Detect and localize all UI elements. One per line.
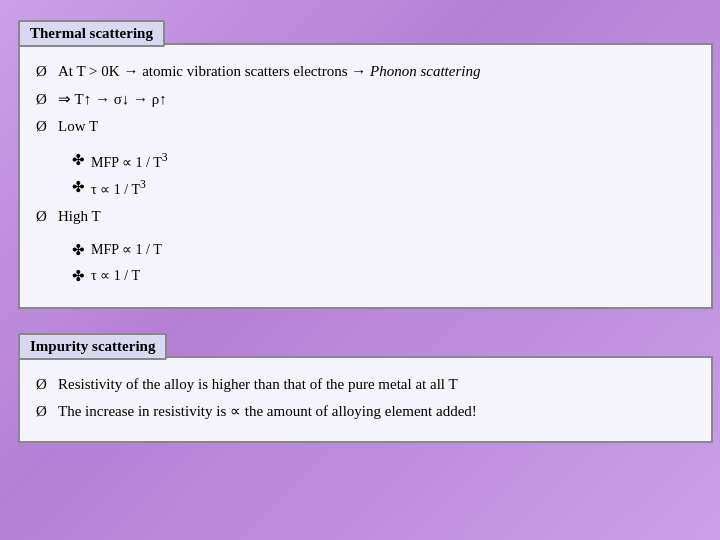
- impurity-bullet-1: Ø Resistivity of the alloy is higher tha…: [36, 372, 695, 398]
- impurity-label: Impurity scattering: [18, 333, 167, 360]
- fleur-icon-4: ✤: [72, 264, 85, 290]
- impurity-bullet-2-text: The increase in resistivity is ∝ the amo…: [58, 399, 477, 425]
- thermal-bullet-2-text: ⇒ T↑ → σ↓ → ρ↑: [58, 87, 167, 113]
- phonon-italic: Phonon scattering: [370, 63, 480, 79]
- thermal-bullet-1: Ø At T > 0K → atomic vibration scatters …: [36, 59, 695, 85]
- thermal-high-t-mfp: MFP ∝ 1 / T: [91, 238, 162, 262]
- impurity-bullet-list: Ø Resistivity of the alloy is higher tha…: [36, 372, 695, 425]
- thermal-bullet-4-header: Ø High T: [36, 204, 101, 230]
- thermal-bullet-3: Ø Low T ✤ MFP ∝ 1 / T3 ✤ τ ∝ 1 / T3: [36, 114, 695, 202]
- bullet-arrow-3: Ø: [36, 114, 52, 140]
- impurity-arrow-2: Ø: [36, 399, 52, 425]
- fleur-icon-2: ✤: [72, 175, 85, 201]
- impurity-section: Impurity scattering Ø Resistivity of the…: [18, 331, 713, 443]
- thermal-low-t-sub-1: ✤ MFP ∝ 1 / T3: [72, 148, 168, 174]
- thermal-section: Thermal scattering Ø At T > 0K → atomic …: [18, 18, 713, 309]
- impurity-content-box: Ø Resistivity of the alloy is higher tha…: [18, 356, 713, 443]
- thermal-high-t-sub-2: ✤ τ ∝ 1 / T: [72, 264, 162, 290]
- thermal-bullet-3-header: Ø Low T: [36, 114, 98, 140]
- impurity-bullet-1-text: Resistivity of the alloy is higher than …: [58, 372, 458, 398]
- thermal-bullet-1-text: At T > 0K → atomic vibration scatters el…: [58, 59, 480, 85]
- thermal-low-t-sub-2: ✤ τ ∝ 1 / T3: [72, 175, 168, 201]
- thermal-high-t-sub-1: ✤ MFP ∝ 1 / T: [72, 238, 162, 264]
- thermal-bullet-list: Ø At T > 0K → atomic vibration scatters …: [36, 59, 695, 291]
- thermal-high-t-label: High T: [58, 204, 101, 230]
- bullet-arrow-4: Ø: [36, 204, 52, 230]
- bullet-arrow-2: Ø: [36, 87, 52, 113]
- thermal-high-t-tau: τ ∝ 1 / T: [91, 264, 140, 288]
- thermal-high-t-sub: ✤ MFP ∝ 1 / T ✤ τ ∝ 1 / T: [36, 238, 162, 291]
- thermal-label: Thermal scattering: [18, 20, 165, 47]
- bullet-arrow-1: Ø: [36, 59, 52, 85]
- thermal-bullet-2: Ø ⇒ T↑ → σ↓ → ρ↑: [36, 87, 695, 113]
- thermal-low-t-tau: τ ∝ 1 / T3: [91, 175, 146, 201]
- thermal-low-t-label: Low T: [58, 114, 98, 140]
- thermal-content-box: Ø At T > 0K → atomic vibration scatters …: [18, 43, 713, 309]
- impurity-bullet-2: Ø The increase in resistivity is ∝ the a…: [36, 399, 695, 425]
- thermal-low-t-mfp: MFP ∝ 1 / T3: [91, 148, 168, 174]
- fleur-icon-1: ✤: [72, 148, 85, 174]
- thermal-low-t-sub: ✤ MFP ∝ 1 / T3 ✤ τ ∝ 1 / T3: [36, 148, 168, 203]
- impurity-arrow-1: Ø: [36, 372, 52, 398]
- thermal-bullet-4: Ø High T ✤ MFP ∝ 1 / T ✤ τ ∝ 1 / T: [36, 204, 695, 291]
- fleur-icon-3: ✤: [72, 238, 85, 264]
